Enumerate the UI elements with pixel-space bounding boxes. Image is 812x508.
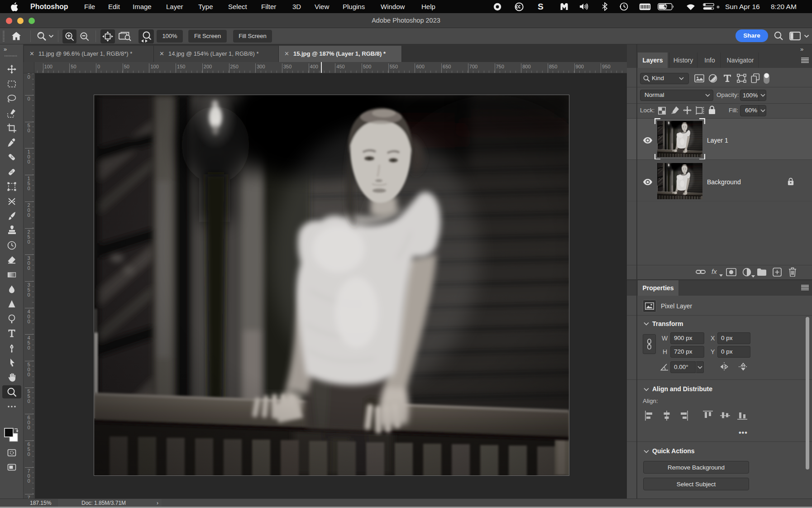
- svg-text:S: S: [538, 2, 544, 11]
